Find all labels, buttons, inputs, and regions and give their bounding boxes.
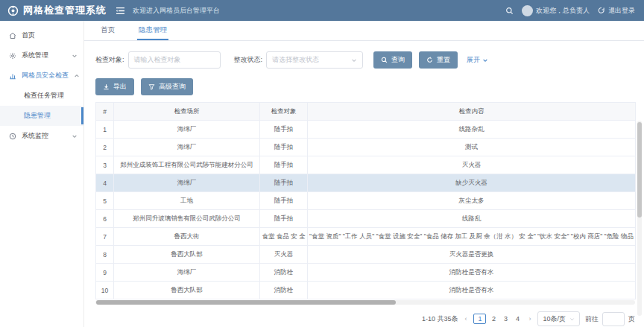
filter-row: 检查对象: 请输入检查对象 整改状态: 请选择整改状态 查询 — [95, 51, 644, 69]
chevron-down-icon — [482, 57, 488, 63]
vertical-scrollbar-thumb[interactable] — [637, 122, 642, 218]
sidebar: 首页 系统管理 — [0, 21, 84, 327]
logout-icon — [598, 7, 605, 14]
chart-icon — [9, 72, 16, 80]
reset-button-label: 重置 — [437, 55, 450, 65]
next-page-icon[interactable]: › — [527, 315, 532, 323]
page-number-button[interactable]: 4 — [513, 314, 522, 324]
table-cell: 鲁西大队部 — [114, 282, 260, 299]
logout-button[interactable]: 退出登录 — [598, 6, 635, 16]
sidebar-subitem-label: 隐患管理 — [24, 111, 51, 121]
user-greeting-wrap[interactable]: 欢迎您，总负责人 — [522, 5, 590, 16]
check-object-input[interactable]: 请输入检查对象 — [128, 51, 221, 69]
table-row[interactable]: 10鲁西大队部消防栓消防栓是否有水 — [96, 282, 636, 299]
logo-icon — [7, 5, 19, 16]
rectify-status-select[interactable]: 请选择整改状态 — [266, 51, 363, 69]
goto-label: 前往 — [585, 314, 599, 324]
page-number-button[interactable]: 2 — [489, 314, 498, 324]
table-row[interactable]: 4海绵厂随手拍缺少灭火器 — [96, 174, 636, 192]
table-cell: 3 — [96, 156, 114, 174]
page-number-button[interactable]: 3 — [501, 314, 510, 324]
table-cell: 工地 — [114, 192, 260, 210]
content-area: 检查对象: 请输入检查对象 整改状态: 请选择整改状态 查询 — [84, 41, 644, 327]
advanced-query-button[interactable]: 高级查询 — [141, 78, 193, 95]
data-table: # 检查场所 检查对象 检查内容 1海绵厂随手拍线路杂乱2海绵厂随手拍测试3郑州… — [95, 102, 636, 299]
table-row[interactable]: 3郑州业成装饰工程有限公司武陟节能建材分公司随手拍灭火器 — [96, 156, 636, 174]
pagination: 1-10 共35条 ‹ 1234 › 10条/页 前往 页 — [95, 311, 635, 326]
sidebar-item-label: 网格员安全检查 — [22, 71, 69, 80]
table-row[interactable]: 1海绵厂随手拍线路杂乱 — [96, 121, 636, 139]
table-cell: 随手拍 — [260, 174, 308, 192]
table-cell: 线路杂乱 — [308, 121, 636, 139]
sidebar-item-hidden-danger-management[interactable]: 隐患管理 — [0, 106, 83, 126]
table-cell: 9 — [96, 264, 114, 282]
sidebar-item-system-management[interactable]: 系统管理 — [0, 45, 83, 66]
app-window: 网格检查管理系统 欢迎进入网格员后台管理平台 欢迎您，总负责人 — [0, 0, 644, 327]
rectify-status-placeholder: 请选择整改状态 — [272, 55, 319, 65]
app-logo: 网格检查管理系统 — [7, 4, 107, 17]
table-cell: 灰尘太多 — [308, 192, 636, 210]
table-cell: 消防栓是否有水 — [308, 282, 636, 299]
main-panel: 首页 隐患管理 检查对象: 请输入检查对象 整改状态: 请选择整改状态 — [84, 21, 644, 327]
page-number-button[interactable]: 1 — [473, 314, 486, 324]
sidebar-item-check-task-management[interactable]: 检查任务管理 — [0, 86, 83, 106]
table-cell: 6 — [96, 210, 114, 228]
table-row[interactable]: 9海绵厂消防栓消防栓是否有水 — [96, 264, 636, 282]
sidebar-item-system-monitor[interactable]: 系统监控 — [0, 126, 83, 146]
page-size-select[interactable]: 10条/页 — [537, 311, 580, 326]
table-cell: 郑州业成装饰工程有限公司武陟节能建材分公司 — [114, 156, 260, 174]
table-cell: 鲁西大队部 — [114, 246, 260, 264]
table-cell: 海绵厂 — [114, 121, 260, 139]
table-cell: 随手拍 — [260, 210, 308, 228]
table-cell: 海绵厂 — [114, 139, 260, 156]
table-cell: 灭火器 — [260, 246, 308, 264]
horizontal-scrollbar[interactable] — [95, 300, 635, 305]
prev-page-icon[interactable]: ‹ — [463, 315, 468, 323]
table-cell: 测试 — [308, 139, 636, 156]
home-icon — [9, 32, 16, 39]
chevron-up-icon — [74, 73, 80, 79]
expand-link[interactable]: 展开 — [467, 55, 488, 65]
sidebar-item-home[interactable]: 首页 — [0, 25, 83, 45]
expand-link-label: 展开 — [467, 55, 480, 65]
horizontal-scrollbar-thumb[interactable] — [96, 300, 396, 305]
sidebar-item-grid-safety-check[interactable]: 网格员安全检查 — [0, 66, 83, 86]
tab-bar: 首页 隐患管理 — [84, 21, 644, 41]
user-greeting: 欢迎您，总负责人 — [536, 6, 590, 16]
table-header-row: # 检查场所 检查对象 检查内容 — [96, 103, 636, 121]
search-button[interactable]: 查询 — [373, 51, 412, 69]
table-cell: 10 — [96, 282, 114, 299]
table-cell: 海绵厂 — [114, 264, 260, 282]
column-header-content: 检查内容 — [308, 103, 636, 121]
table-row[interactable]: 7鲁西大街食堂 食品 安 全"食堂 资质" "工作 人员" "食堂 设施 安全"… — [96, 228, 636, 246]
reset-button[interactable]: 重置 — [419, 51, 458, 69]
column-header-place: 检查场所 — [114, 103, 260, 121]
chevron-down-icon — [569, 317, 575, 322]
chevron-down-icon — [72, 133, 78, 139]
table-cell: 7 — [96, 228, 114, 246]
table-row[interactable]: 2海绵厂随手拍测试 — [96, 139, 636, 156]
goto-page: 前往 页 — [585, 312, 635, 326]
table-cell: 灭火器是否更换 — [308, 246, 636, 264]
logout-label: 退出登录 — [608, 6, 635, 16]
tab-home[interactable]: 首页 — [99, 21, 116, 40]
goto-page-input[interactable] — [602, 312, 625, 326]
sidebar-fold-icon[interactable] — [116, 7, 125, 15]
search-icon[interactable] — [505, 7, 514, 15]
chevron-down-icon — [351, 57, 357, 63]
top-header: 网格检查管理系统 欢迎进入网格员后台管理平台 欢迎您，总负责人 — [0, 0, 644, 21]
table-row[interactable]: 5工地随手拍灰尘太多 — [96, 192, 636, 210]
main-layout: 首页 系统管理 — [0, 21, 644, 327]
tab-hidden-danger[interactable]: 隐患管理 — [137, 21, 168, 40]
table-cell: 2 — [96, 139, 114, 156]
advanced-query-button-label: 高级查询 — [159, 82, 186, 92]
gear-icon — [9, 52, 16, 60]
goto-unit-label: 页 — [628, 314, 635, 324]
table-row[interactable]: 6郑州同升玻璃销售有限公司武陟分公司随手拍线路乱 — [96, 210, 636, 228]
search-button-label: 查询 — [391, 55, 405, 65]
export-button[interactable]: 导出 — [95, 78, 134, 95]
table-cell: 海绵厂 — [114, 174, 260, 192]
table-row[interactable]: 8鲁西大队部灭火器灭火器是否更换 — [96, 246, 636, 264]
table-cell: 8 — [96, 246, 114, 264]
vertical-scrollbar[interactable] — [637, 121, 642, 316]
